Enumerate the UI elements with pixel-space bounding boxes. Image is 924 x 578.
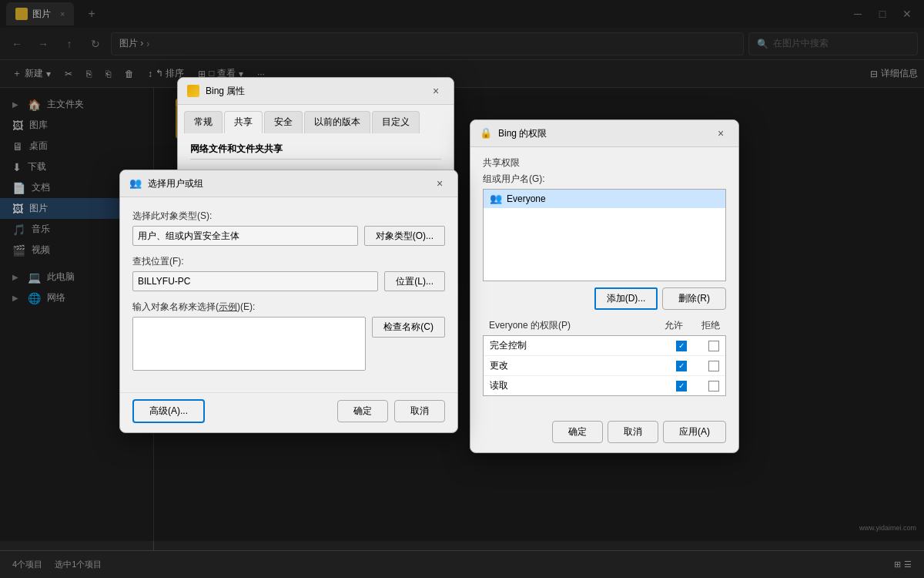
perm-action-buttons: 添加(D)... 删除(R) — [483, 287, 726, 310]
allow-header: 允许 — [665, 319, 683, 332]
bing-props-title: Bing 属性 — [206, 85, 421, 98]
permissions-footer: 确定 取消 应用(A) — [470, 415, 738, 452]
bing-props-title-bar: Bing 属性 × — [178, 78, 454, 105]
select-user-footer: 高级(A)... 确定 取消 — [120, 392, 457, 432]
tab-share[interactable]: 共享 — [224, 111, 263, 133]
share-perms-label: 共享权限 — [483, 156, 726, 170]
select-user-ok-btn[interactable]: 确定 — [337, 400, 388, 422]
perm-name-change: 更改 — [490, 359, 676, 372]
select-user-body: 选择此对象类型(S): 对象类型(O)... 查找位置(F): 位置(L)...… — [120, 197, 457, 392]
bing-props-icon — [187, 85, 199, 97]
perm-deny-full[interactable] — [708, 341, 719, 351]
tab-general[interactable]: 常规 — [184, 111, 223, 133]
perm-deny-change[interactable] — [708, 361, 719, 371]
perm-allow-change[interactable] — [676, 361, 687, 371]
status-bar: 4个项目 选中1个项目 ⊞ ☰ — [0, 550, 924, 578]
location-row: 查找位置(F): 位置(L)... — [132, 255, 445, 291]
perm-checkboxes-change — [676, 361, 719, 371]
perm-name-read: 读取 — [490, 379, 676, 392]
perm-table-header: Everyone 的权限(P) 允许 拒绝 — [483, 319, 726, 332]
object-name-row-inline: 检查名称(C) — [132, 317, 445, 371]
object-name-textarea[interactable] — [132, 317, 366, 371]
users-icon: 👥 — [490, 193, 502, 205]
section-label: 网络文件和文件夹共享 — [190, 143, 441, 160]
permissions-dialog: 🔒 Bing 的权限 × 共享权限 组或用户名(G): 👥 Everyone 添… — [470, 119, 739, 453]
tab-custom[interactable]: 目定义 — [372, 111, 420, 133]
permissions-cancel-btn[interactable]: 取消 — [608, 421, 658, 443]
perm-user-everyone: Everyone — [507, 193, 546, 204]
permissions-table: 完全控制 更改 读取 — [483, 335, 726, 396]
remove-user-btn[interactable]: 删除(R) — [662, 287, 726, 310]
permissions-title: Bing 的权限 — [498, 127, 706, 140]
object-type-btn[interactable]: 对象类型(O)... — [364, 226, 445, 246]
location-label: 查找位置(F): — [132, 255, 445, 268]
select-user-dialog: 👥 选择用户或组 × 选择此对象类型(S): 对象类型(O)... 查找位置(F… — [119, 170, 458, 433]
object-type-label: 选择此对象类型(S): — [132, 210, 445, 223]
permissions-icon: 🔒 — [480, 127, 492, 139]
tab-previous[interactable]: 以前的版本 — [304, 111, 370, 133]
group-label: 组或用户名(G): — [483, 173, 726, 186]
advanced-btn[interactable]: 高级(A)... — [132, 399, 205, 423]
perm-checkboxes-full — [676, 341, 719, 351]
perm-allow-read[interactable] — [676, 381, 687, 391]
view-grid-icon[interactable]: ⊞ — [894, 560, 901, 570]
bing-props-close-btn[interactable]: × — [427, 82, 444, 99]
location-row-inline: 位置(L)... — [132, 271, 445, 291]
perm-row-change: 更改 — [484, 356, 725, 376]
select-user-icon: 👥 — [129, 177, 142, 190]
file-count: 4个项目 — [12, 559, 42, 570]
file-selected: 选中1个项目 — [55, 559, 102, 570]
select-user-close-btn[interactable]: × — [431, 175, 448, 192]
permissions-ok-btn[interactable]: 确定 — [552, 421, 603, 443]
perm-row-full-control: 完全控制 — [484, 336, 725, 356]
perm-header-cols: 允许 拒绝 — [665, 319, 720, 332]
perm-deny-read[interactable] — [708, 381, 719, 391]
perm-checkboxes-read — [676, 381, 719, 391]
add-user-btn[interactable]: 添加(D)... — [594, 287, 658, 310]
perm-allow-full[interactable] — [676, 341, 687, 351]
object-type-input[interactable] — [132, 226, 358, 246]
permissions-user-list: 👥 Everyone — [483, 189, 726, 281]
view-list-icon[interactable]: ☰ — [904, 560, 912, 570]
permissions-close-btn[interactable]: × — [712, 125, 729, 142]
location-btn[interactable]: 位置(L)... — [384, 271, 445, 291]
watermark: www.yidaimei.com — [859, 524, 916, 532]
perm-list-item-everyone[interactable]: 👥 Everyone — [484, 190, 725, 208]
permissions-apply-btn[interactable]: 应用(A) — [663, 421, 726, 443]
object-name-row: 输入对象名称来选择(示例)(E): 检查名称(C) — [132, 301, 445, 371]
location-input[interactable] — [132, 271, 378, 291]
bing-props-tabs: 常规 共享 安全 以前的版本 目定义 — [178, 105, 454, 133]
tab-security[interactable]: 安全 — [264, 111, 303, 133]
permissions-title-bar: 🔒 Bing 的权限 × — [470, 120, 738, 147]
perm-row-read: 读取 — [484, 376, 725, 395]
select-user-cancel-btn[interactable]: 取消 — [394, 400, 445, 422]
perm-name-full: 完全控制 — [490, 339, 676, 352]
object-name-label: 输入对象名称来选择(示例)(E): — [132, 301, 445, 314]
object-type-row: 选择此对象类型(S): 对象类型(O)... — [132, 210, 445, 246]
select-user-title: 选择用户或组 — [148, 177, 425, 190]
deny-header: 拒绝 — [701, 319, 720, 332]
perm-header-everyone: Everyone 的权限(P) — [489, 319, 665, 332]
select-user-title-bar: 👥 选择用户或组 × — [120, 170, 457, 197]
check-name-btn[interactable]: 检查名称(C) — [372, 317, 445, 338]
permissions-body: 共享权限 组或用户名(G): 👥 Everyone 添加(D)... 删除(R)… — [470, 147, 738, 415]
object-type-row-inline: 对象类型(O)... — [132, 226, 445, 246]
